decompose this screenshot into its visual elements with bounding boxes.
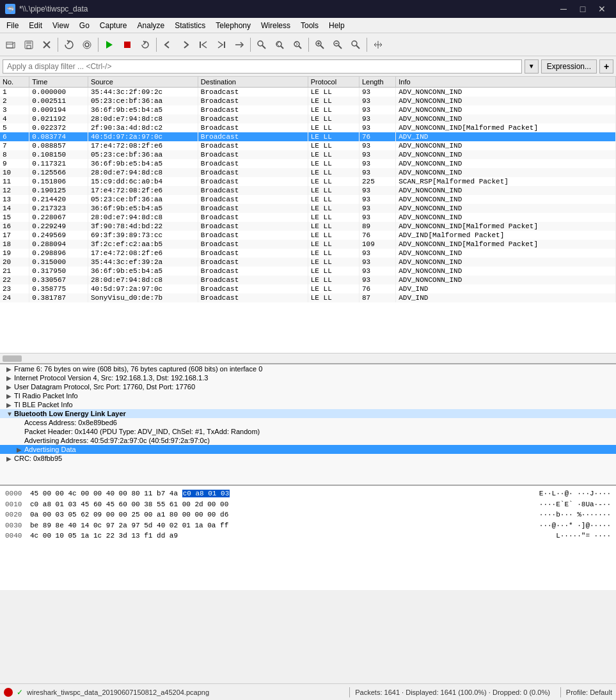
detail-row-ble-ll[interactable]: ▼ Bluetooth Low Energy Link Layer	[0, 409, 616, 418]
menu-item-capture[interactable]: Capture	[95, 18, 132, 33]
hscrollbar[interactable]	[0, 353, 616, 363]
table-cell: LE LL	[308, 159, 359, 168]
close-button[interactable]: ✕	[593, 3, 611, 15]
table-row[interactable]: 200.31500035:44:3c:ef:39:2aBroadcastLE L…	[0, 258, 616, 267]
table-cell: Broadcast	[198, 258, 308, 267]
table-row[interactable]: 40.02119228:0d:e7:94:8d:c8BroadcastLE LL…	[0, 114, 616, 123]
table-cell: 93	[359, 195, 395, 204]
detail-row-access-addr[interactable]: Access Address: 0x8e89bed6	[0, 418, 616, 427]
table-cell: 0.381787	[29, 293, 88, 302]
main-content: No. Time Source Destination Protocol Len…	[0, 77, 616, 683]
table-row[interactable]: 90.11732136:6f:9b:e5:b4:a5BroadcastLE LL…	[0, 159, 616, 168]
go-back-button[interactable]	[159, 36, 176, 53]
hscroll-thumb[interactable]	[3, 355, 22, 362]
menu-item-file[interactable]: File	[1, 18, 24, 33]
find-next-button[interactable]	[289, 36, 306, 53]
open-file-button[interactable]	[3, 36, 19, 53]
svg-line-27	[356, 45, 359, 49]
table-row[interactable]: 80.10815005:23:ce:bf:36:aaBroadcastLE LL…	[0, 150, 616, 159]
expand-icon: ▶	[6, 401, 14, 408]
detail-row-adv-data[interactable]: ▶ Advertising Data	[0, 445, 616, 454]
table-row[interactable]: 230.35877540:5d:97:2a:97:0cBroadcastLE L…	[0, 284, 616, 293]
zoom-in-button[interactable]	[312, 36, 328, 53]
detail-row-udp[interactable]: ▶ User Datagram Protocol, Src Port: 1776…	[0, 382, 616, 391]
detail-label: TI Radio Packet Info	[14, 392, 78, 400]
menu-item-go[interactable]: Go	[74, 18, 95, 33]
table-cell: Broadcast	[198, 114, 308, 123]
table-row[interactable]: 120.19012517:e4:72:08:2f:e6BroadcastLE L…	[0, 186, 616, 195]
close-file-button[interactable]	[38, 36, 55, 53]
menu-item-statistics[interactable]: Statistics	[170, 18, 210, 33]
detail-label: Advertising Data	[24, 446, 76, 453]
table-row[interactable]: 70.08885717:e4:72:08:2f:e6BroadcastLE LL…	[0, 141, 616, 150]
detail-row-crc[interactable]: ▶ CRC: 0x8fbb95	[0, 454, 616, 463]
add-filter-button[interactable]: +	[599, 59, 613, 74]
table-row[interactable]: 240.381787SonyVisu_d0:de:7bBroadcastLE L…	[0, 293, 616, 302]
table-row[interactable]: 160.2292493f:90:78:4d:bd:22BroadcastLE L…	[0, 222, 616, 231]
detail-row-ti-ble[interactable]: ▶ TI BLE Packet Info	[0, 400, 616, 409]
col-header-info: Info	[396, 77, 616, 88]
hex-bytes: 0a 00 03 05 62 09 00 00 25 00 a1 80 00 0…	[30, 509, 519, 520]
menu-item-tools[interactable]: Tools	[296, 18, 324, 33]
find-button[interactable]	[253, 36, 270, 53]
save-button[interactable]	[20, 36, 37, 53]
table-row[interactable]: 210.31795036:6f:9b:e5:b4:a5BroadcastLE L…	[0, 267, 616, 276]
menu-item-view[interactable]: View	[47, 18, 74, 33]
table-row[interactable]: 110.15180615:c9:dd:6c:a0:b4BroadcastLE L…	[0, 177, 616, 186]
menu-item-telephony[interactable]: Telephony	[210, 18, 256, 33]
menu-item-analyze[interactable]: Analyze	[132, 18, 170, 33]
go-forward-button[interactable]	[177, 36, 194, 53]
table-row[interactable]: 50.0223722f:90:3a:4d:8d:c2BroadcastLE LL…	[0, 123, 616, 132]
zoom-100-button[interactable]	[347, 36, 364, 53]
table-row[interactable]: 130.21442005:23:ce:bf:36:aaBroadcastLE L…	[0, 195, 616, 204]
table-cell: 8	[0, 150, 29, 159]
detail-row-adv-addr[interactable]: Advertising Address: 40:5d:97:2a:97:0c (…	[0, 436, 616, 445]
table-row[interactable]: 10.00000035:44:3c:2f:09:2cBroadcastLE LL…	[0, 88, 616, 97]
expand-icon: ▶	[6, 393, 14, 400]
resize-columns-button[interactable]	[370, 36, 386, 53]
find-prev-button[interactable]	[271, 36, 288, 53]
table-row[interactable]: 140.21732336:6f:9b:e5:b4:a5BroadcastLE L…	[0, 204, 616, 213]
hex-row: 00200a 00 03 05 62 09 00 00 25 00 a1 80 …	[5, 509, 611, 520]
table-cell: 05:23:ce:bf:36:aa	[88, 150, 198, 159]
display-filter-input[interactable]	[3, 59, 522, 74]
zoom-out-button[interactable]	[329, 36, 346, 53]
packet-list: No. Time Source Destination Protocol Len…	[0, 77, 616, 363]
detail-row-pkt-header[interactable]: Packet Header: 0x1440 (PDU Type: ADV_IND…	[0, 427, 616, 436]
go-first-button[interactable]	[195, 36, 212, 53]
menu-item-help[interactable]: Help	[324, 18, 350, 33]
detail-row-ti-radio[interactable]: ▶ TI Radio Packet Info	[0, 391, 616, 400]
table-row[interactable]: 30.00919436:6f:9b:e5:b4:a5BroadcastLE LL…	[0, 105, 616, 114]
table-row[interactable]: 170.24956969:3f:39:89:73:ccBroadcastLE L…	[0, 231, 616, 240]
capture-options-button[interactable]	[79, 36, 95, 53]
expression-button[interactable]: Expression...	[541, 59, 597, 74]
go-last-button[interactable]	[213, 36, 230, 53]
table-row[interactable]: 100.12556628:0d:e7:94:8d:c8BroadcastLE L…	[0, 168, 616, 177]
table-cell: 36:6f:9b:e5:b4:a5	[88, 105, 198, 114]
minimize-button[interactable]: ─	[555, 3, 573, 15]
table-row[interactable]: 190.29889617:e4:72:08:2f:e6BroadcastLE L…	[0, 249, 616, 258]
restart-button[interactable]	[137, 36, 154, 53]
table-row[interactable]: 150.22806728:0d:e7:94:8d:c8BroadcastLE L…	[0, 213, 616, 222]
maximize-button[interactable]: □	[574, 3, 592, 15]
detail-row-frame[interactable]: ▶ Frame 6: 76 bytes on wire (608 bits), …	[0, 364, 616, 373]
menu-item-edit[interactable]: Edit	[24, 18, 47, 33]
table-row[interactable]: 20.00251105:23:ce:bf:36:aaBroadcastLE LL…	[0, 97, 616, 105]
table-row[interactable]: 220.33056728:0d:e7:94:8d:c8BroadcastLE L…	[0, 276, 616, 284]
go-to-packet-button[interactable]	[231, 36, 248, 53]
table-cell: 0.317950	[29, 267, 88, 276]
reload-button[interactable]	[61, 36, 77, 53]
highlighted-bytes: c0 a8 01 03	[182, 490, 230, 497]
filter-dropdown-button[interactable]: ▼	[525, 59, 539, 74]
table-cell: 36:6f:9b:e5:b4:a5	[88, 267, 198, 276]
packet-scroll-area[interactable]: No. Time Source Destination Protocol Len…	[0, 77, 616, 353]
col-header-source: Source	[88, 77, 198, 88]
status-divider-2	[560, 687, 561, 697]
menu-item-wireless[interactable]: Wireless	[256, 18, 296, 33]
detail-row-ipv4[interactable]: ▶ Internet Protocol Version 4, Src: 192.…	[0, 373, 616, 382]
table-cell: 0.108150	[29, 150, 88, 159]
start-capture-button[interactable]	[101, 36, 118, 53]
table-row[interactable]: 60.08377440:5d:97:2a:97:0cBroadcastLE LL…	[0, 132, 616, 141]
table-row[interactable]: 180.2880943f:2c:ef:c2:aa:b5BroadcastLE L…	[0, 240, 616, 249]
stop-capture-button[interactable]	[119, 36, 136, 53]
